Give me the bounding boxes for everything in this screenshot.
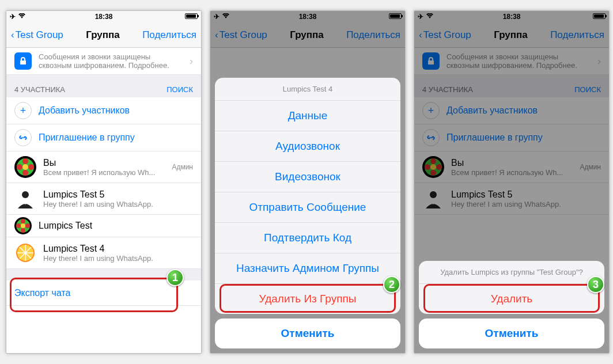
phone-screen-2: ✈ 18:38 ‹ Test Group Группа Поделиться L… — [210, 10, 406, 354]
chevron-right-icon: › — [190, 55, 193, 67]
link-icon — [14, 129, 32, 146]
sheet-item-send-message[interactable]: Отправить Сообщение — [215, 192, 400, 223]
back-label: Test Group — [16, 29, 63, 41]
participant-status: Всем привет! Я использую Wh... — [43, 168, 165, 177]
confirm-delete-button[interactable]: Удалить — [419, 284, 604, 314]
avatar-icon — [14, 188, 36, 210]
content: Сообщения и звонки защищены сквозным шиф… — [6, 48, 201, 306]
export-chat-label: Экспорт чата — [14, 288, 193, 298]
search-button[interactable]: ПОИСК — [167, 85, 193, 94]
participant-row[interactable]: Lumpics Test 4 Hey there! I am using Wha… — [6, 237, 201, 269]
step-badge-3: 3 — [587, 276, 604, 293]
invite-link-cell[interactable]: Приглашение в группу — [6, 124, 201, 151]
sheet-item-video-call[interactable]: Видеозвонок — [215, 162, 400, 192]
participant-row[interactable]: Lumpics Test — [6, 215, 201, 237]
avatar-icon — [14, 242, 36, 264]
status-bar: ✈ 18:38 — [6, 11, 201, 22]
participant-name: Lumpics Test — [39, 221, 193, 231]
participants-count: 4 УЧАСТНИКА — [14, 85, 65, 94]
encryption-cell[interactable]: Сообщения и звонки защищены сквозным шиф… — [6, 48, 201, 75]
participant-name: Lumpics Test 4 — [43, 244, 193, 254]
step-badge-1: 1 — [167, 269, 184, 286]
back-button[interactable]: ‹ Test Group — [11, 29, 63, 41]
phone-screen-3: ✈ 18:38 ‹ Test Group Группа Поделиться С… — [414, 10, 610, 354]
share-button[interactable]: Поделиться — [142, 29, 196, 41]
sheet-item-make-admin[interactable]: Назначить Админом Группы — [215, 253, 400, 284]
confirm-cancel-button[interactable]: Отменить — [419, 318, 604, 348]
plus-icon: + — [14, 102, 32, 119]
add-participants-cell[interactable]: + Добавить участников — [6, 97, 201, 124]
sheet-title: Lumpics Test 4 — [215, 78, 400, 101]
participant-name: Вы — [43, 158, 165, 168]
phone-screen-1: ✈ 18:38 ‹ Test Group Группа Поделиться С… — [6, 10, 202, 354]
encryption-text: Сообщения и звонки защищены сквозным шиф… — [39, 52, 183, 70]
sheet-item-verify-code[interactable]: Подтвердить Код — [215, 223, 400, 253]
confirm-prompt: Удалить Lumpics из группы "Test Group"? — [419, 261, 604, 284]
confirm-sheet: Удалить Lumpics из группы "Test Group"? … — [414, 256, 609, 353]
avatar-icon — [14, 217, 32, 234]
participant-row[interactable]: Lumpics Test 5 Hey there! I am using Wha… — [6, 183, 201, 215]
nav-title: Группа — [86, 29, 120, 41]
status-time: 18:38 — [6, 13, 201, 21]
participant-status: Hey there! I am using WhatsApp. — [43, 254, 193, 263]
sheet-item-remove[interactable]: Удалить Из Группы — [215, 284, 400, 314]
lock-icon — [14, 52, 32, 70]
step-badge-2: 2 — [383, 276, 400, 293]
participant-status: Hey there! I am using WhatsApp. — [43, 200, 193, 208]
invite-link-label: Приглашение в группу — [39, 132, 193, 143]
chevron-left-icon: ‹ — [11, 29, 14, 41]
action-sheet: Lumpics Test 4 Данные Аудиозвонок Видеоз… — [210, 73, 405, 353]
participant-row[interactable]: Вы Всем привет! Я использую Wh... Админ — [6, 151, 201, 183]
admin-badge: Админ — [172, 163, 193, 171]
participant-name: Lumpics Test 5 — [43, 189, 193, 200]
nav-bar: ‹ Test Group Группа Поделиться — [6, 22, 201, 48]
sheet-cancel-button[interactable]: Отменить — [215, 318, 400, 348]
participants-header: 4 УЧАСТНИКА ПОИСК — [6, 75, 201, 97]
sheet-item-data[interactable]: Данные — [215, 101, 400, 131]
add-participants-label: Добавить участников — [39, 105, 193, 116]
avatar-icon — [14, 156, 36, 178]
sheet-item-audio-call[interactable]: Аудиозвонок — [215, 131, 400, 162]
